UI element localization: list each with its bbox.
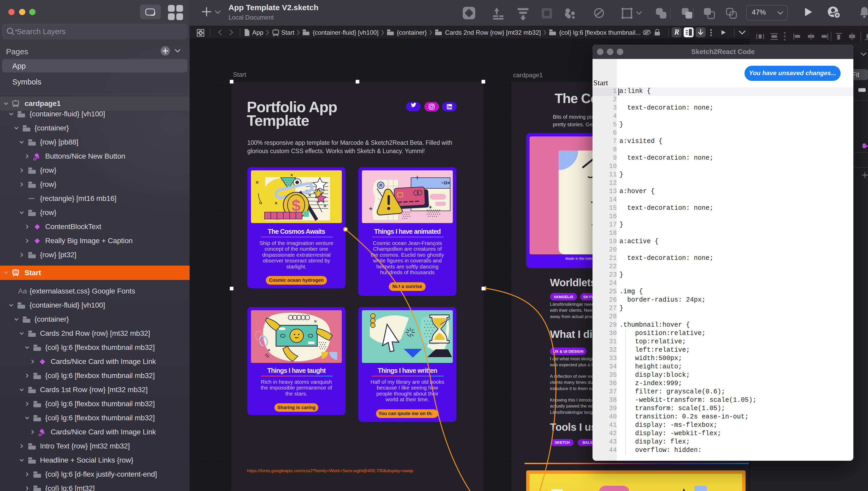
svg-text:$: $ [292, 196, 301, 214]
